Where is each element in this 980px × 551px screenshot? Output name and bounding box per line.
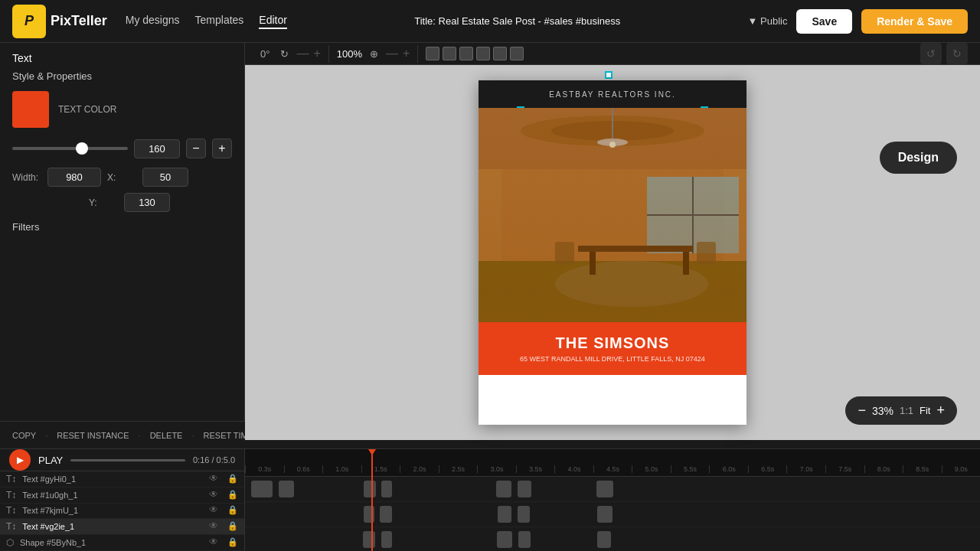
align-center-v[interactable] <box>493 47 507 60</box>
tl-lock-0[interactable]: 🔒 <box>227 474 238 484</box>
align-bottom[interactable] <box>510 47 524 60</box>
ruler-13: 6.5s <box>748 465 787 473</box>
main-area: Text Style & Properties TEXT COLOR − + W… <box>0 43 980 421</box>
ruler-3: 1.5s <box>361 465 400 473</box>
save-button[interactable]: Save <box>796 9 852 34</box>
rotation-value: 0° <box>257 45 273 63</box>
block-2-2 <box>497 531 512 548</box>
track-lane-2[interactable] <box>245 527 980 551</box>
width-input[interactable] <box>47 168 101 187</box>
track-lane-1[interactable] <box>245 502 980 527</box>
redo-button[interactable]: ↻ <box>946 43 968 64</box>
ruler-18: 9.0s <box>942 465 980 473</box>
tl-lock-3[interactable]: 🔒 <box>227 521 238 532</box>
align-left[interactable] <box>426 47 439 60</box>
x-label: X: <box>107 172 138 183</box>
canvas-image <box>479 108 746 322</box>
rotation-reset[interactable]: ↻ <box>277 45 292 63</box>
align-top[interactable] <box>476 47 490 60</box>
ruler-8: 4.0s <box>554 465 593 473</box>
tl-copy[interactable]: COPY <box>12 431 36 440</box>
block-1-4 <box>597 506 612 523</box>
design-button[interactable]: Design <box>880 142 957 174</box>
rotation-group: 0° ↻ — + <box>257 45 329 63</box>
nav-right: ▼ Public Save Render & Save <box>748 9 968 34</box>
timeline-tracks-area: 0.3s 0.6s 1.0s 1.5s 2.0s 2.5s 3.0s 3.5s … <box>245 449 980 551</box>
tl-sep2: · <box>139 431 141 440</box>
nav-editor[interactable]: Editor <box>259 14 287 29</box>
timeline: COPY · RESET INSTANCE · DELETE · RESET T… <box>0 421 980 551</box>
tl-lock-2[interactable]: 🔒 <box>227 505 238 516</box>
title-value[interactable]: Real Estate Sale Post - #sales #business <box>439 15 621 27</box>
left-panel: Text Style & Properties TEXT COLOR − + W… <box>0 43 245 421</box>
zoom-minus-btn[interactable]: − <box>858 403 866 419</box>
font-size-track[interactable] <box>12 147 128 150</box>
block-0-5 <box>518 481 531 497</box>
tl-track-label-4[interactable]: Shape #5ByNb_1 <box>20 538 86 547</box>
tl-track-label-3[interactable]: Text #vg2ie_1 <box>22 522 74 531</box>
tl-eye-0[interactable]: 👁 <box>209 473 221 485</box>
ruler-2: 1.0s <box>322 465 361 473</box>
nav-templates[interactable]: Templates <box>195 14 244 29</box>
tl-reset-instance[interactable]: RESET INSTANCE <box>57 431 129 440</box>
tl-track-label-1[interactable]: Text #1u0gh_1 <box>22 491 77 500</box>
sep4: + <box>403 47 410 60</box>
tl-track-icon-4: ⬡ <box>6 537 14 548</box>
x-input[interactable] <box>142 168 188 187</box>
visibility-dropdown[interactable]: ▼ Public <box>748 15 788 27</box>
timeline-content: ▶ PLAY 0:16 / 0:5.0 T↕ Text #gyHi0_1 👁 🔒… <box>0 449 980 551</box>
tl-eye-4[interactable]: 👁 <box>209 536 221 549</box>
block-0-1 <box>279 481 294 497</box>
ruler-11: 5.5s <box>671 465 710 473</box>
align-center-h[interactable] <box>443 47 456 60</box>
tl-eye-1[interactable]: 👁 <box>209 489 221 501</box>
ruler-7: 3.5s <box>516 465 555 473</box>
font-size-thumb[interactable] <box>76 142 88 155</box>
canvas-header: EASTBAY REALTORS INC. <box>479 80 746 108</box>
tl-track-icon-2: T↕ <box>6 505 16 516</box>
color-row: TEXT COLOR <box>12 91 232 128</box>
block-2-3 <box>518 531 531 548</box>
tl-sep3: · <box>191 431 194 440</box>
tl-lock-4[interactable]: 🔒 <box>227 537 238 548</box>
editor-toolbar: 0° ↻ — + 100% ⊕ — + ↺ ↻ <box>245 43 980 65</box>
playhead[interactable] <box>371 449 373 551</box>
tl-track-3: T↕ Text #vg2ie_1 👁 🔒 <box>0 519 244 535</box>
editor-area: 0° ↻ — + 100% ⊕ — + ↺ ↻ <box>245 43 980 421</box>
font-size-slider-row: − + <box>12 139 232 158</box>
zoom-percent-display: 33% <box>872 405 893 417</box>
tl-eye-3[interactable]: 👁 <box>209 520 221 533</box>
tl-eye-2[interactable]: 👁 <box>209 504 221 517</box>
font-size-plus[interactable]: + <box>212 139 232 158</box>
sep2: + <box>313 47 320 60</box>
y-label: Y: <box>89 197 119 208</box>
play-slider[interactable] <box>70 459 185 461</box>
font-size-input[interactable] <box>134 139 180 158</box>
ruler-4: 2.0s <box>400 465 439 473</box>
zoom-fit-btn[interactable]: Fit <box>920 405 930 416</box>
tl-track-label-2[interactable]: Text #7kjmU_1 <box>22 506 78 515</box>
block-1-2 <box>498 506 511 523</box>
tl-track-label-0[interactable]: Text #gyHi0_1 <box>22 474 76 484</box>
zoom-controls: − 33% 1:1 Fit + <box>845 396 957 425</box>
ruler-0: 0.3s <box>245 465 284 473</box>
render-button[interactable]: Render & Save <box>861 9 968 34</box>
zoom-plus-btn[interactable]: + <box>936 403 945 419</box>
tl-lock-1[interactable]: 🔒 <box>227 490 238 500</box>
undo-button[interactable]: ↺ <box>920 43 942 64</box>
canvas-area: EASTBAY REALTORS INC. JUST SOLD <box>245 65 980 440</box>
track-lane-0[interactable] <box>245 477 980 502</box>
logo-text: PixTeller <box>51 13 107 29</box>
align-right[interactable] <box>459 47 473 60</box>
text-color-swatch[interactable] <box>12 91 49 128</box>
title-area: Title: Real Estate Sale Post - #sales #b… <box>305 15 730 27</box>
sep3: — <box>386 47 398 60</box>
play-button[interactable]: ▶ <box>9 449 31 471</box>
zoom-icon[interactable]: ⊕ <box>367 45 381 63</box>
block-1-3 <box>518 506 530 523</box>
y-input[interactable] <box>124 193 170 212</box>
nav-my-designs[interactable]: My designs <box>126 14 180 29</box>
tl-delete[interactable]: DELETE <box>150 431 183 440</box>
font-size-minus[interactable]: − <box>186 139 206 158</box>
block-1-1 <box>380 506 392 523</box>
